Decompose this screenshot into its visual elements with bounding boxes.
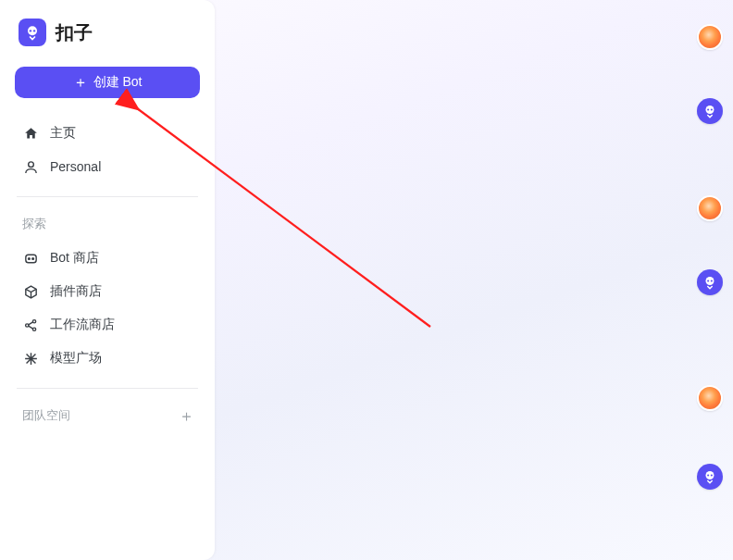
svg-point-18	[711, 474, 713, 476]
svg-point-15	[711, 280, 713, 281]
explore-section-label: 探索	[15, 210, 200, 242]
main-area	[215, 0, 733, 560]
dock-app-shortcut-3[interactable]	[697, 464, 723, 490]
svg-point-9	[32, 328, 35, 330]
share-icon	[22, 317, 39, 333]
dock-app-shortcut-1[interactable]	[697, 98, 723, 124]
plus-icon: ＋	[73, 75, 88, 90]
svg-point-3	[28, 161, 33, 167]
divider	[17, 196, 198, 197]
svg-point-14	[707, 280, 709, 281]
home-icon	[22, 125, 39, 142]
divider	[17, 388, 198, 389]
svg-point-8	[32, 319, 35, 322]
svg-point-11	[707, 108, 709, 110]
svg-point-7	[25, 323, 28, 326]
dock-app-shortcut-2[interactable]	[697, 269, 723, 295]
team-space-label: 团队空间	[22, 407, 70, 424]
sidebar-item-label: 主页	[50, 125, 76, 142]
sidebar-item-label: Personal	[50, 159, 101, 174]
sidebar-item-label: 工作流商店	[50, 317, 115, 333]
svg-point-5	[28, 257, 30, 259]
bot-icon	[22, 250, 39, 267]
sidebar-item-personal[interactable]: Personal	[15, 150, 200, 183]
cube-icon	[22, 283, 39, 300]
sidebar-item-label: 模型广场	[50, 350, 102, 367]
svg-point-17	[707, 474, 709, 476]
sidebar-item-model-plaza[interactable]: 模型广场	[15, 342, 200, 375]
svg-point-16	[706, 471, 714, 479]
svg-point-10	[706, 106, 714, 114]
svg-point-13	[706, 277, 714, 285]
svg-point-0	[28, 26, 37, 35]
dock-avatar-1[interactable]	[697, 24, 723, 50]
explore-nav: Bot 商店 插件商店 工作流商店 模型广场	[15, 242, 200, 375]
sidebar-item-label: Bot 商店	[50, 250, 99, 267]
svg-point-6	[31, 257, 33, 259]
dock-avatar-3[interactable]	[697, 385, 723, 411]
svg-point-2	[33, 30, 35, 31]
create-bot-button[interactable]: ＋ 创建 Bot	[15, 67, 200, 98]
sidebar-item-label: 插件商店	[50, 283, 102, 300]
app-logo-icon	[19, 19, 46, 46]
svg-rect-4	[25, 255, 35, 263]
team-space-section: 团队空间 ＋	[15, 402, 200, 429]
create-bot-label: 创建 Bot	[93, 74, 143, 91]
sparkle-icon	[22, 350, 39, 367]
sidebar-item-home[interactable]: 主页	[15, 117, 200, 150]
primary-nav: 主页 Personal	[15, 117, 200, 183]
sidebar: 扣子 ＋ 创建 Bot 主页 Personal 探索 Bot 商店	[0, 0, 215, 560]
svg-point-1	[30, 30, 31, 31]
add-team-button[interactable]: ＋	[178, 407, 194, 424]
sidebar-item-bot-store[interactable]: Bot 商店	[15, 242, 200, 275]
svg-point-12	[711, 108, 713, 110]
brand-name: 扣子	[56, 20, 93, 45]
sidebar-item-plugin-store[interactable]: 插件商店	[15, 275, 200, 308]
dock-avatar-2[interactable]	[697, 195, 723, 221]
person-icon	[22, 158, 39, 175]
sidebar-item-workflow-store[interactable]: 工作流商店	[15, 308, 200, 342]
right-dock	[692, 0, 727, 560]
brand: 扣子	[15, 19, 200, 46]
